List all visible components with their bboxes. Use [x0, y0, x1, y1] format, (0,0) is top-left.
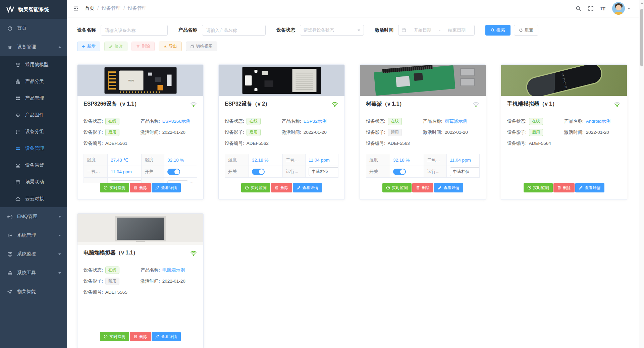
reset-button[interactable]: 重置: [514, 25, 538, 36]
product-grid-icon: [15, 96, 20, 101]
device-status-select[interactable]: 请选择设备状态: [300, 25, 364, 36]
sidebar-item-product-firmware[interactable]: 产品固件: [0, 107, 67, 123]
usb-graphic: [245, 75, 252, 85]
device-image: [360, 65, 486, 96]
devices-icon: [7, 45, 12, 50]
view-detail-button[interactable]: 查看详情: [152, 183, 181, 192]
realtime-monitor-button[interactable]: 实时监测: [100, 332, 129, 341]
sidebar-item-system-mgmt[interactable]: 系统管理: [0, 226, 67, 245]
gear-select[interactable]: 中速档位: [309, 167, 338, 176]
delete-device-button[interactable]: 删除: [412, 183, 433, 192]
view-detail-button[interactable]: 查看详情: [434, 183, 463, 192]
product-link[interactable]: ESP8266示例: [162, 118, 191, 124]
sidebar-item-thing-model[interactable]: 通用物模型: [0, 56, 67, 73]
clipped-stepper[interactable]: [190, 180, 197, 183]
wifi-signal-icon: [190, 101, 197, 107]
toggle-switch-on[interactable]: [393, 169, 406, 175]
breadcrumb: 首页 / 设备管理 / 设备管理: [85, 5, 147, 11]
device-image: WiFi: [77, 65, 203, 96]
sidebar-item-system-tools[interactable]: 系统工具: [0, 264, 67, 282]
scroll-up-arrow[interactable]: [641, 2, 643, 4]
sensor-table: 湿度 32.18 % 二氧化碳 11.04 ppm 开关 运行... 中速档位: [366, 154, 480, 178]
realtime-monitor-button[interactable]: 实时监测: [524, 183, 553, 192]
select-placeholder: 请选择设备状态: [304, 27, 358, 33]
sensor-value: 27.43 ℃: [107, 154, 141, 166]
realtime-monitor-button[interactable]: 实时监测: [241, 183, 270, 192]
sidebar-item-label: 产品管理: [25, 95, 44, 101]
field-label: 设备影子:: [84, 278, 103, 284]
font-size-icon[interactable]: TT: [600, 6, 605, 11]
sidebar-item-cloud-connect[interactable]: 云云对接: [0, 190, 67, 207]
delete-button[interactable]: 删除: [131, 42, 155, 51]
pcb-graphic: [242, 67, 321, 94]
sensor-label: 湿度: [366, 154, 390, 166]
sidebar: 物美智能系统 首页 设备管理 通用物模型 产品分类 产品管理 产品固件 设备分组: [0, 0, 67, 348]
delete-device-button[interactable]: 删除: [130, 332, 151, 341]
user-menu[interactable]: [612, 2, 630, 15]
sidebar-item-device-group[interactable]: 设备分组: [0, 123, 67, 140]
export-button[interactable]: 导出: [159, 42, 182, 51]
view-detail-button[interactable]: 查看详情: [575, 183, 604, 192]
vertical-scrollbar[interactable]: [639, 0, 644, 348]
gear-select[interactable]: 中速档位: [450, 167, 480, 176]
sidebar-fold-icon[interactable]: [73, 6, 79, 11]
delete-device-button[interactable]: 删除: [271, 183, 292, 192]
avatar[interactable]: [612, 2, 625, 15]
sensor-label: 二氧化碳: [84, 166, 108, 178]
caret-down-icon[interactable]: [628, 8, 630, 9]
device-sn-value: ADEF5565: [105, 290, 127, 295]
chevron-down-icon: [58, 272, 61, 274]
sidebar-item-device-alarm[interactable]: 设备告警: [0, 157, 67, 174]
wifi-signal-icon: [190, 250, 197, 256]
port-graphic: [460, 78, 475, 86]
delete-device-button[interactable]: 删除: [130, 183, 151, 192]
view-detail-button[interactable]: 查看详情: [293, 183, 322, 192]
sidebar-item-product-category[interactable]: 产品分类: [0, 73, 67, 90]
status-badge: 在线: [529, 118, 543, 125]
sidebar-item-device-mgmt[interactable]: 设备管理: [0, 38, 67, 56]
sidebar-item-home[interactable]: 首页: [0, 19, 67, 38]
sidebar-item-device-mgmt-active[interactable]: 设备管理: [0, 140, 67, 157]
switch-view-button[interactable]: 切换视图: [186, 42, 217, 51]
product-link[interactable]: ESP32示例: [304, 118, 327, 124]
sensor-label: 湿度: [225, 154, 249, 166]
toggle-switch-on[interactable]: [252, 169, 265, 175]
product-link[interactable]: 电脑端示例: [162, 267, 185, 273]
device-name-input[interactable]: [101, 25, 168, 36]
view-detail-button[interactable]: 查看详情: [152, 332, 181, 341]
sidebar-item-system-monitor[interactable]: 系统监控: [0, 245, 67, 264]
breadcrumb-home[interactable]: 首页: [85, 5, 94, 11]
clipped-input[interactable]: [167, 180, 188, 183]
product-link[interactable]: 树莓派示例: [445, 118, 468, 124]
filter-product-name: 产品名称: [178, 25, 266, 36]
realtime-monitor-button[interactable]: 实时监测: [382, 183, 412, 192]
edit-button[interactable]: 修改: [104, 42, 127, 51]
fullscreen-icon[interactable]: [588, 6, 594, 11]
monitor-chart-icon: [7, 252, 12, 257]
add-button[interactable]: 新增: [77, 42, 100, 51]
field-label: 激活时间:: [141, 129, 160, 135]
date-range-picker[interactable]: 开始日期 - 结束日期: [398, 25, 475, 36]
card-actions: 实时监测 删除 查看详情: [366, 183, 480, 192]
clipped-input[interactable]: [111, 180, 142, 183]
trash-icon: [416, 186, 420, 190]
sidebar-item-emq-mgmt[interactable]: EMQ管理: [0, 207, 67, 226]
scrollbar-thumb[interactable]: [640, 9, 643, 66]
sidebar-item-scene-linkage[interactable]: 场景联动: [0, 174, 67, 190]
search-button[interactable]: 搜索: [485, 25, 511, 36]
sidebar-item-label: 通用物模型: [25, 62, 49, 68]
chevron-down-icon: [58, 253, 61, 255]
product-name-input[interactable]: [202, 25, 266, 36]
shadow-badge: 启用: [247, 129, 261, 136]
product-link[interactable]: Android示例: [586, 118, 611, 124]
sidebar-item-product-mgmt[interactable]: 产品管理: [0, 90, 67, 107]
device-status-label: 设备状态: [276, 27, 295, 33]
delete-device-button[interactable]: 删除: [553, 183, 575, 192]
sensor-value: 32.18 %: [249, 154, 282, 166]
sidebar-item-wumei-smart[interactable]: 物美智能: [0, 282, 67, 301]
search-icon[interactable]: [576, 6, 581, 11]
realtime-monitor-button[interactable]: 实时监测: [100, 183, 129, 192]
toolbar: 新增 修改 删除 导出 切换视图: [67, 36, 639, 51]
usb-ports-graphic: [460, 68, 476, 87]
toggle-switch-on[interactable]: [167, 169, 180, 175]
